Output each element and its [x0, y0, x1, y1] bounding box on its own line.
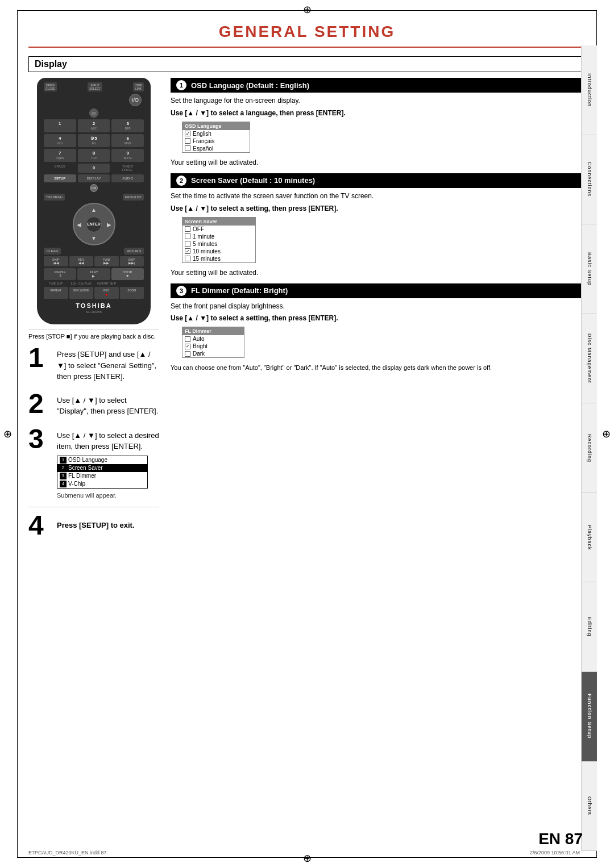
stop-btn[interactable]: STOP■ [111, 268, 144, 280]
dimmer-auto-checkbox [185, 336, 190, 342]
play-btn[interactable]: PLAY▶ [77, 268, 110, 280]
num3-btn[interactable]: 3DEF [111, 119, 144, 132]
english-checkbox [185, 131, 190, 136]
repeat-btn[interactable]: REPEAT [44, 287, 68, 299]
step3-badge: 3 [176, 286, 186, 296]
sidebar-tab-disc-management[interactable]: Disc Management [582, 314, 597, 404]
skip-back-btn[interactable]: SKIP|◀◀ [44, 256, 68, 266]
fwd-btn[interactable]: FWD▶▶ [94, 256, 119, 266]
submenu-row-2: 2 Screen Saver [57, 464, 147, 472]
menu-list-btn[interactable]: MENU/LIST [123, 194, 144, 201]
rec-mode-btn[interactable]: REC MODE [69, 287, 94, 299]
display-btn[interactable]: DISPLAY [78, 174, 110, 182]
nav-ring[interactable]: ▲ ▼ ◀ ▶ ENTER [73, 203, 115, 245]
step3-content: Use [▲ / ▼] to select a desired item, th… [57, 425, 159, 499]
sidebar-tab-editing[interactable]: Editing [582, 582, 597, 672]
step3-num: 3 [28, 425, 51, 453]
num6-btn[interactable]: 6MNO [111, 134, 144, 147]
timeslip-label: TIME SLIP [44, 282, 68, 285]
nav-up-arrow[interactable]: ▲ [91, 207, 97, 213]
step1-text: Press [SETUP] and use [▲ / ▼] to select … [57, 344, 159, 382]
press-stop-note: Press [STOP ■] if you are playing back a… [28, 329, 159, 340]
rev-btn[interactable]: REV◀◀ [69, 256, 94, 266]
return-btn[interactable]: RETURN [124, 248, 144, 254]
border-left [17, 10, 18, 858]
english-label: English [193, 131, 211, 137]
step2-instruction: Use [▲ / ▼] to select a setting, then pr… [171, 205, 586, 212]
num5-btn[interactable]: ⊙5JKL [78, 134, 110, 147]
power-btn[interactable]: I/O [129, 94, 142, 106]
submenu-note: Submenu will appear. [57, 492, 159, 499]
pause-btn[interactable]: PAUSE⏸ [44, 268, 76, 280]
step2-header-text: Screen Saver (Default : 10 minutes) [191, 176, 315, 185]
submenu-row-3: 3 FL Dimmer [57, 472, 147, 480]
submenu-num-2: 2 [60, 465, 67, 471]
num4-btn[interactable]: 4GHI [44, 134, 76, 147]
zoom-btn[interactable]: ZOOM [120, 287, 144, 299]
num0-btn[interactable]: 0 [78, 164, 110, 173]
step3-instruction: Use [▲ / ▼] to select a setting, then pr… [171, 314, 586, 322]
step1-header: 1 OSD Language (Default : English) [171, 78, 586, 93]
osd-box: OSD Language English Français Español [182, 122, 250, 153]
saver-15min-label: 15 minutes [193, 256, 221, 262]
at-btn[interactable]: @! [89, 108, 98, 118]
reg-mark-left: ⊕ [3, 428, 12, 440]
dimmer-bright-checkbox [185, 344, 190, 349]
saver-row-5min: 5 minutes [182, 240, 255, 248]
top-menu-btn[interactable]: TOP MENU [44, 194, 65, 201]
submenu-label-1: OSD Language [68, 457, 107, 463]
step3-header: 3 FL Dimmer (Default: Bright) [171, 283, 586, 298]
spanish-checkbox [185, 145, 190, 151]
sidebar-tab-playback[interactable]: Playback [582, 493, 597, 583]
clear-btn[interactable]: CLEAR [44, 248, 61, 254]
num2-btn[interactable]: 2ABC [78, 119, 110, 132]
step1-badge: 1 [176, 80, 186, 90]
transport-row: SKIP|◀◀ REV◀◀ FWD▶▶ SKIP▶▶| [44, 256, 144, 266]
section-header: Display [28, 56, 586, 72]
dimmer-dark-checkbox [185, 351, 190, 357]
num8-btn[interactable]: 8TUV [78, 149, 110, 162]
nav-right-arrow[interactable]: ▶ [107, 221, 111, 227]
saver-row-10min: 10 minutes [182, 248, 255, 255]
step2-description: Set the time to activate the screen save… [171, 191, 586, 201]
clear-return-row: CLEAR RETURN [44, 248, 144, 254]
sidebar-tab-connections[interactable]: Connections [582, 135, 597, 225]
step3-text: Use [▲ / ▼] to select a desired item, th… [57, 425, 159, 452]
audio-btn[interactable]: AUDIO [111, 174, 144, 182]
main-content: OPEN/CLOSE INPUTSELECT HDMILINK I/O @! 1… [28, 78, 586, 547]
nav-down-arrow[interactable]: ▼ [91, 235, 97, 241]
num7-btn[interactable]: 7PQRS [44, 149, 76, 162]
num9-btn[interactable]: 9WXYZ [111, 149, 144, 162]
left-column: OPEN/CLOSE INPUTSELECT HDMILINK I/O @! 1… [28, 78, 159, 547]
playback-row: PAUSE⏸ PLAY▶ STOP■ [44, 268, 144, 280]
num1-btn[interactable]: 1 [44, 119, 76, 132]
remote-top-buttons: OPEN/CLOSE INPUTSELECT HDMILINK [42, 82, 146, 91]
submenu-row-1: 1 OSD Language [57, 456, 147, 464]
enter-btn[interactable]: ENTER [86, 216, 102, 232]
step2-block: 2 Use [▲ / ▼] to select "Display", then … [28, 390, 159, 418]
step1-instruction: Use [▲ / ▼] to select a language, then p… [171, 109, 586, 117]
sidebar-tab-recording[interactable]: Recording [582, 403, 597, 493]
sidebar-tab-function-setup[interactable]: Function Setup [582, 672, 597, 762]
sidebar-tab-others[interactable]: Others [582, 762, 597, 852]
sidebar-tab-basic-setup[interactable]: Basic Setup [582, 224, 597, 314]
rec-btn[interactable]: REC● [94, 287, 119, 299]
speed-row: TIME SLIP 1.3x · 0.8x PLAY INSTANT SKIP [44, 282, 144, 285]
saver-row-1min: 1 minute [182, 233, 255, 240]
saver-off-checkbox [185, 226, 190, 232]
remote-control: OPEN/CLOSE INPUTSELECT HDMILINK I/O @! 1… [37, 78, 151, 324]
submenu-label-3: FL Dimmer [68, 473, 96, 479]
step2-activated: Your setting will be activated. [171, 269, 586, 277]
sidebar-tab-introduction[interactable]: Introduction [582, 45, 597, 135]
setup-btn[interactable]: SETUP [44, 174, 76, 182]
saver-5min-checkbox [185, 241, 190, 247]
nav-left-arrow[interactable]: ◀ [77, 221, 81, 227]
saver-1min-checkbox [185, 233, 190, 239]
french-label: Français [193, 138, 214, 144]
cd-btn[interactable]: CD [90, 184, 98, 192]
step3-header-text: FL Dimmer (Default: Bright) [191, 286, 288, 295]
skip-fwd-btn[interactable]: SKIP▶▶| [120, 256, 144, 266]
power-row: I/O [42, 94, 146, 106]
osd-row-spanish: Español [182, 145, 250, 152]
footer-left: E7PCAUD_DR420KU_EN.indd 87 [28, 850, 107, 856]
